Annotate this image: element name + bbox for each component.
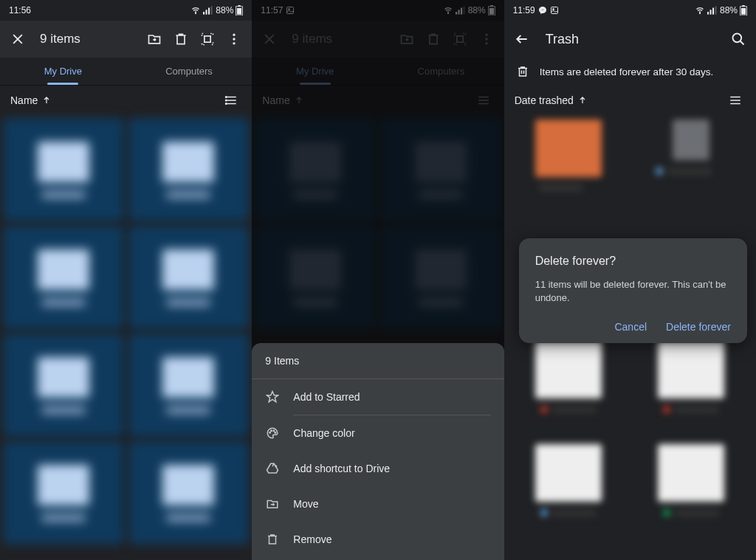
svg-point-34	[552, 9, 554, 10]
status-bar: 11:56 88%	[0, 0, 252, 21]
folder-item[interactable]	[128, 441, 250, 545]
sheet-item-label: Move	[293, 498, 318, 510]
sort-row[interactable]: Date trashed	[504, 86, 756, 115]
overflow-icon[interactable]	[224, 29, 244, 49]
trash-item[interactable]	[633, 444, 749, 540]
trash-toolbar: Trash	[504, 21, 756, 58]
drive-shortcut-icon	[265, 461, 280, 476]
svg-point-14	[226, 103, 227, 105]
page-title: Trash	[538, 32, 722, 47]
trash-icon[interactable]	[171, 29, 191, 49]
sheet-item-color[interactable]: Change color	[252, 415, 504, 451]
sheet-item-shortcut[interactable]: Add shortcut to Drive	[252, 451, 504, 486]
search-icon[interactable]	[728, 29, 749, 49]
trash-info-banner: Items are deleted forever after 30 days.	[504, 58, 756, 86]
tab-computers[interactable]: Computers	[126, 58, 252, 85]
sheet-item-starred[interactable]: Add to Starred	[252, 379, 504, 415]
remove-icon	[265, 532, 280, 547]
svg-point-31	[273, 430, 275, 432]
battery-pct: 88%	[720, 5, 738, 15]
move-to-icon[interactable]	[144, 29, 165, 49]
svg-rect-4	[211, 6, 213, 14]
selection-toolbar: 9 items	[0, 21, 252, 58]
trash-item[interactable]	[633, 120, 749, 215]
select-all-icon[interactable]	[197, 29, 218, 49]
sort-row[interactable]: Name	[0, 86, 252, 115]
svg-point-30	[271, 430, 272, 432]
screenshot-panel-3: 11:59 88% Trash Items are deleted foreve…	[504, 0, 756, 560]
delete-forever-button[interactable]: Delete forever	[666, 321, 731, 333]
trash-item[interactable]	[633, 341, 749, 437]
signal-icon	[203, 6, 213, 15]
dialog-title: Delete forever?	[535, 255, 731, 268]
svg-point-0	[196, 13, 196, 14]
status-time: 11:56	[9, 5, 31, 15]
battery-icon	[740, 5, 747, 15]
folder-item[interactable]	[128, 226, 250, 329]
palette-icon	[265, 426, 280, 440]
star-icon	[265, 390, 280, 404]
svg-rect-37	[709, 10, 711, 14]
svg-point-13	[226, 100, 227, 101]
close-icon[interactable]	[7, 29, 28, 49]
sort-label: Name	[10, 94, 38, 106]
folder-item[interactable]	[3, 333, 124, 437]
svg-point-29	[269, 432, 271, 434]
trash-item[interactable]	[512, 444, 627, 540]
sheet-header: 9 Items	[252, 343, 504, 379]
status-time: 11:59	[513, 5, 535, 15]
layout-toggle-icon[interactable]	[725, 90, 746, 111]
trash-item[interactable]	[512, 341, 627, 437]
arrow-up-icon	[42, 96, 51, 105]
wifi-icon	[190, 6, 201, 15]
arrow-up-icon	[578, 96, 587, 105]
svg-rect-8	[205, 36, 210, 42]
delete-forever-dialog: Delete forever? 11 items will be deleted…	[519, 238, 747, 343]
trash-item[interactable]	[512, 120, 627, 215]
move-icon	[265, 497, 280, 511]
image-notif-icon	[550, 6, 559, 15]
svg-rect-33	[551, 7, 557, 14]
messenger-notif-icon	[538, 6, 547, 15]
screenshot-panel-1: 11:56 88% 9 items	[0, 0, 252, 560]
svg-point-43	[732, 34, 741, 43]
signal-icon	[707, 6, 718, 15]
folder-item[interactable]	[3, 226, 124, 329]
status-bar: 11:59 88%	[504, 0, 756, 21]
sheet-item-remove[interactable]: Remove	[252, 522, 504, 557]
back-icon[interactable]	[512, 29, 532, 49]
sheet-item-label: Change color	[293, 427, 354, 439]
cancel-button[interactable]: Cancel	[614, 321, 647, 333]
trash-info-text: Items are deleted forever after 30 days.	[540, 66, 714, 77]
svg-rect-39	[715, 6, 716, 14]
battery-pct: 88%	[216, 5, 233, 15]
folder-item[interactable]	[3, 441, 124, 545]
sheet-item-label: Add shortcut to Drive	[293, 463, 390, 474]
folder-item[interactable]	[3, 118, 124, 221]
layout-toggle-icon[interactable]	[221, 90, 241, 111]
file-grid	[0, 115, 252, 547]
folder-item[interactable]	[128, 333, 250, 437]
svg-rect-3	[208, 8, 210, 15]
sheet-item-move[interactable]: Move	[252, 486, 504, 522]
svg-point-12	[226, 97, 227, 98]
folder-item[interactable]	[128, 118, 250, 221]
svg-rect-2	[206, 10, 207, 14]
tab-my-drive[interactable]: My Drive	[0, 58, 126, 85]
battery-icon	[236, 5, 243, 15]
sheet-item-label: Remove	[293, 533, 331, 545]
wifi-icon	[695, 6, 705, 15]
dialog-body: 11 items will be deleted forever. This c…	[535, 278, 731, 305]
svg-rect-7	[237, 8, 241, 15]
svg-rect-1	[203, 12, 205, 15]
svg-point-32	[275, 432, 276, 434]
selection-title: 9 items	[34, 32, 138, 46]
svg-rect-42	[741, 8, 746, 15]
screenshot-panel-2: 11:57 88% 9 items My Drive Computers Nam…	[252, 0, 504, 560]
svg-rect-36	[707, 12, 709, 15]
svg-point-9	[233, 34, 236, 36]
svg-rect-38	[712, 8, 714, 15]
svg-point-35	[699, 13, 700, 14]
sheet-item-label: Add to Starred	[293, 391, 360, 403]
bottom-sheet: 9 Items Add to Starred Change color Add …	[252, 343, 504, 560]
